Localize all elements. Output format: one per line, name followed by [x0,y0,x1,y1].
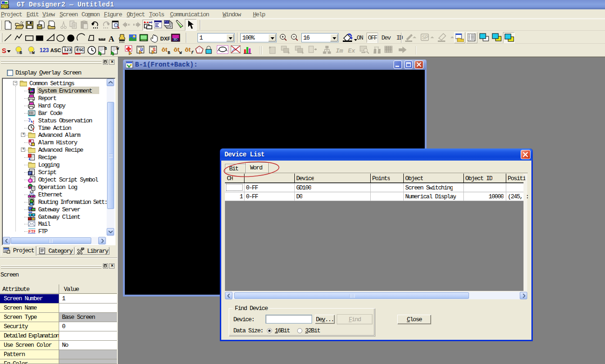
svg-text:A: A [109,34,115,43]
svg-text:S: S [2,47,6,54]
svg-text:W: W [32,51,35,55]
svg-text:DXF: DXF [160,36,170,41]
svg-text:ôt: ôt [174,46,180,53]
svg-text:Im: Im [336,47,343,54]
svg-text:3D: 3D [173,38,177,41]
svg-text:W: W [179,51,182,55]
svg-text:B: B [104,47,107,51]
svg-text:ASC: ASC [50,47,61,53]
svg-text:Ex: Ex [348,47,356,54]
svg-text:B: B [168,51,170,55]
svg-text:f: f [191,51,194,55]
svg-text:123: 123 [40,47,49,54]
svg-text:ôt: ôt [185,46,191,53]
svg-text:W: W [116,47,119,51]
svg-text:ôt: ôt [162,46,168,53]
svg-text:SP: SP [422,35,428,40]
svg-text:ESC: ESC [76,48,84,53]
svg-text:123: 123 [64,48,71,53]
svg-text:GTD2: GTD2 [1,5,9,8]
svg-text:B: B [20,51,22,55]
